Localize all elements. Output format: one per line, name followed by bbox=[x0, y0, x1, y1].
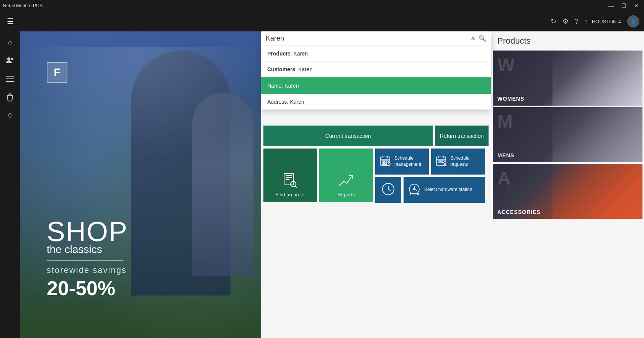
top-nav: ☰ ↻ ⚙ ? 1 - HOUSTON-4 👤 bbox=[0, 11, 644, 31]
close-button[interactable]: ✕ bbox=[632, 2, 641, 10]
maximize-button[interactable]: ❐ bbox=[619, 2, 629, 10]
search-icon[interactable]: 🔍 bbox=[479, 35, 486, 42]
store-info: 1 - HOUSTON-4 bbox=[585, 19, 621, 24]
schedule-management-label: Schedule management bbox=[394, 155, 424, 167]
hero-percent-text: 20-50% bbox=[47, 277, 128, 300]
schedule-management-tile[interactable]: Schedule management bbox=[375, 149, 429, 175]
hero-shop-text: SHOP bbox=[47, 216, 128, 247]
hamburger-icon[interactable]: ☰ bbox=[5, 15, 16, 28]
schedule-requests-icon bbox=[436, 155, 446, 168]
product-letter-mens: M bbox=[497, 111, 513, 132]
avatar: 👤 bbox=[627, 15, 639, 28]
product-womens-bg bbox=[552, 51, 642, 106]
find-order-icon bbox=[282, 172, 299, 190]
svg-point-0 bbox=[7, 57, 10, 60]
refresh-icon[interactable]: ↻ bbox=[551, 17, 556, 26]
select-hardware-station-tile[interactable]: Select hardware station bbox=[404, 177, 485, 203]
clear-icon[interactable]: ✕ bbox=[471, 35, 476, 42]
select-hardware-station-label: Select hardware station bbox=[424, 187, 472, 193]
product-mens-label: MENS bbox=[497, 152, 514, 158]
product-tile-womens[interactable]: W WOMENS bbox=[493, 51, 642, 106]
reports-tile[interactable]: Reports bbox=[319, 149, 373, 202]
svg-rect-16 bbox=[384, 161, 386, 162]
title-bar-left: Retail Modern POS bbox=[3, 3, 42, 8]
schedule-requests-label: Schedule requests bbox=[450, 155, 480, 167]
clock-tile[interactable] bbox=[375, 177, 401, 203]
product-tile-accessories[interactable]: A ACCESSORIES bbox=[493, 164, 642, 219]
sidebar-item-bag[interactable] bbox=[2, 90, 18, 105]
minimize-button[interactable]: — bbox=[606, 2, 616, 10]
reports-label: Reports bbox=[337, 192, 355, 198]
search-result-name[interactable]: Name: Karen bbox=[261, 77, 491, 94]
product-letter-womens: W bbox=[497, 54, 515, 75]
hero-savings-text: storewide savings bbox=[47, 265, 128, 275]
svg-point-1 bbox=[11, 58, 13, 60]
product-letter-accessories: A bbox=[497, 168, 511, 189]
hardware-station-icon bbox=[408, 183, 420, 197]
transaction-row: Current transaction Return transaction bbox=[263, 126, 489, 146]
settings-icon[interactable]: ⚙ bbox=[562, 17, 569, 26]
svg-rect-3 bbox=[6, 78, 14, 79]
main-tiles-row: Find an order Reports bbox=[263, 149, 489, 203]
schedule-row: Schedule management bbox=[375, 149, 485, 175]
find-order-label: Find an order bbox=[275, 192, 305, 198]
search-dropdown: Products: Karen Customers: Karen Name: K… bbox=[261, 46, 491, 109]
reports-icon bbox=[338, 172, 355, 190]
product-accessories-label: ACCESSORIES bbox=[497, 209, 541, 215]
help-icon[interactable]: ? bbox=[575, 18, 579, 26]
schedule-mgmt-icon bbox=[380, 155, 391, 168]
top-nav-right: ↻ ⚙ ? 1 - HOUSTON-4 👤 bbox=[551, 15, 639, 28]
tiles-container: Current transaction Return transaction bbox=[261, 123, 491, 205]
svg-rect-2 bbox=[6, 76, 14, 77]
svg-rect-27 bbox=[438, 161, 440, 162]
svg-line-36 bbox=[388, 189, 391, 191]
search-bar: ✕ 🔍 bbox=[261, 31, 491, 46]
sidebar-item-menu[interactable] bbox=[2, 71, 18, 87]
schedule-requests-tile[interactable]: Schedule requests bbox=[431, 149, 485, 175]
current-transaction-button[interactable]: Current transaction bbox=[263, 126, 433, 146]
app: ☰ ↻ ⚙ ? 1 - HOUSTON-4 👤 ⌂ bbox=[0, 11, 644, 338]
product-womens-label: WOMENS bbox=[497, 96, 525, 102]
hero-text: SHOP the classics storewide savings 20-5… bbox=[47, 216, 128, 300]
title-bar-controls: — ❐ ✕ bbox=[606, 2, 641, 10]
hero-divider bbox=[47, 260, 123, 261]
product-tile-mens[interactable]: M MENS bbox=[493, 107, 642, 162]
center-panel: ✕ 🔍 Products: Karen Customers: Karen Nam… bbox=[261, 31, 491, 338]
svg-rect-4 bbox=[6, 81, 14, 82]
product-grid: W WOMENS M MENS A ACCESSORIES bbox=[491, 51, 644, 219]
products-title: Products bbox=[491, 31, 644, 51]
hero-logo-F: F bbox=[47, 62, 67, 83]
right-tiles-col: Schedule management bbox=[375, 149, 485, 203]
svg-line-10 bbox=[295, 186, 297, 188]
sidebar-item-customers[interactable] bbox=[2, 53, 18, 68]
main-area: F SHOP the classics storewide savings 20… bbox=[20, 31, 644, 338]
svg-rect-28 bbox=[440, 161, 442, 162]
search-result-products[interactable]: Products: Karen bbox=[261, 46, 491, 62]
return-transaction-button[interactable]: Return transaction bbox=[435, 126, 489, 146]
svg-rect-15 bbox=[382, 161, 384, 162]
right-panel: Products W WOMENS M MENS bbox=[491, 31, 644, 338]
svg-rect-19 bbox=[384, 163, 386, 165]
sidebar: ⌂ bbox=[0, 31, 20, 338]
product-accessories-bg bbox=[552, 164, 642, 219]
search-result-customers[interactable]: Customers: Karen bbox=[261, 62, 491, 77]
hardware-row: Select hardware station bbox=[375, 177, 485, 203]
search-input[interactable] bbox=[266, 34, 471, 42]
sidebar-item-home[interactable]: ⌂ bbox=[2, 34, 18, 50]
search-result-address[interactable]: Address: Karen bbox=[261, 94, 491, 109]
find-order-tile[interactable]: Find an order bbox=[263, 149, 317, 202]
sidebar-item-zero[interactable]: 0 bbox=[2, 108, 18, 123]
product-mens-bg bbox=[552, 107, 642, 162]
store-label: 1 - HOUSTON-4 bbox=[585, 19, 621, 24]
app-title: Retail Modern POS bbox=[3, 3, 42, 8]
title-bar: Retail Modern POS — ❐ ✕ bbox=[0, 0, 644, 11]
hero-area: F SHOP the classics storewide savings 20… bbox=[20, 31, 261, 338]
search-overlay: ✕ 🔍 Products: Karen Customers: Karen Nam… bbox=[261, 31, 491, 109]
svg-point-40 bbox=[414, 188, 415, 190]
svg-rect-18 bbox=[382, 163, 384, 165]
clock-icon bbox=[381, 182, 395, 198]
content-area: ⌂ bbox=[0, 31, 644, 338]
